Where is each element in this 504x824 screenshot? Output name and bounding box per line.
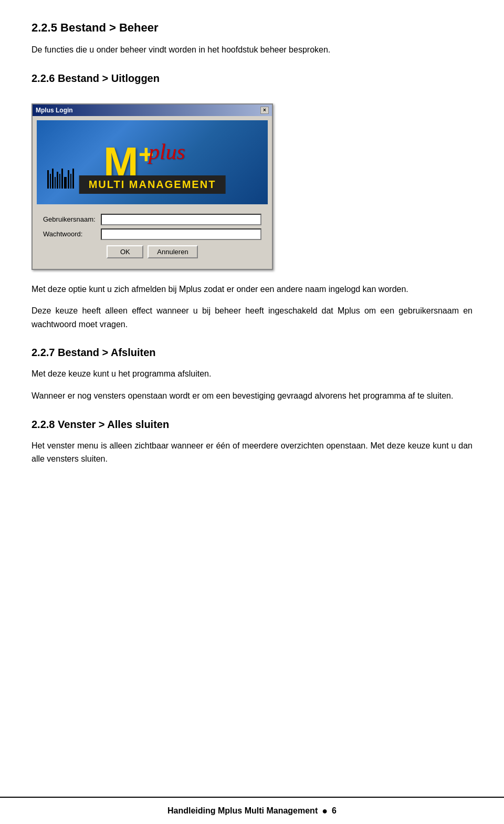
section-228: 2.2.8 Venster > Alles sluiten Het venste… [32,419,472,466]
para-227-2: Wanneer er nog vensters openstaan wordt … [32,389,472,403]
username-input[interactable] [101,214,261,225]
section-225: 2.2.5 Bestand > Beheer De functies die u… [32,21,472,57]
barcode-decoration [47,168,74,189]
dialog-body: M + plus MULTI MANAGEMENT Gebruikersnaam… [33,116,272,269]
logo-cursive-text: plus [149,139,185,164]
dialog-titlebar: Mplus Login × [33,105,272,116]
dialog-close-button[interactable]: × [260,107,269,114]
heading-228: 2.2.8 Venster > Alles sluiten [32,419,472,431]
dialog-title: Mplus Login [36,107,73,114]
footer-bullet: ● [322,806,328,817]
para-226-2: Deze keuze heeft alleen effect wanneer u… [32,304,472,331]
password-label: Wachtwoord: [43,230,101,238]
ok-button[interactable]: OK [107,245,143,258]
para-226-1: Met deze optie kunt u zich afmelden bij … [32,283,472,296]
password-input[interactable] [101,228,261,240]
footer-text: Handleiding Mplus Multi Management [167,806,318,816]
password-row: Wachtwoord: [43,228,261,240]
heading-226: 2.2.6 Bestand > Uitloggen [32,72,472,85]
heading-225: 2.2.5 Bestand > Beheer [32,21,472,35]
login-dialog-window: Mplus Login × [32,103,273,270]
para-225-1: De functies die u onder beheer vindt wor… [32,43,472,57]
para-227-1: Met deze keuze kunt u het programma afsl… [32,367,472,381]
logo-bottom-text: MULTI MANAGEMENT [79,175,226,194]
page-footer: Handleiding Mplus Multi Management ● 6 [0,797,504,824]
logo-area: M + plus MULTI MANAGEMENT [37,120,268,204]
form-buttons: OK Annuleren [43,245,261,258]
login-form: Gebruikersnaam: Wachtwoord: OK Annuleren [37,210,268,265]
section-226: 2.2.6 Bestand > Uitloggen Mplus Login × [32,72,472,331]
section-227: 2.2.7 Bestand > Afsluiten Met deze keuze… [32,347,472,402]
username-row: Gebruikersnaam: [43,214,261,225]
cancel-button[interactable]: Annuleren [148,245,197,258]
login-dialog-container: Mplus Login × [32,103,273,270]
para-228-1: Het venster menu is alleen zichtbaar wan… [32,439,472,466]
heading-227: 2.2.7 Bestand > Afsluiten [32,347,472,359]
footer-page-number: 6 [332,806,337,816]
username-label: Gebruikersnaam: [43,215,101,223]
